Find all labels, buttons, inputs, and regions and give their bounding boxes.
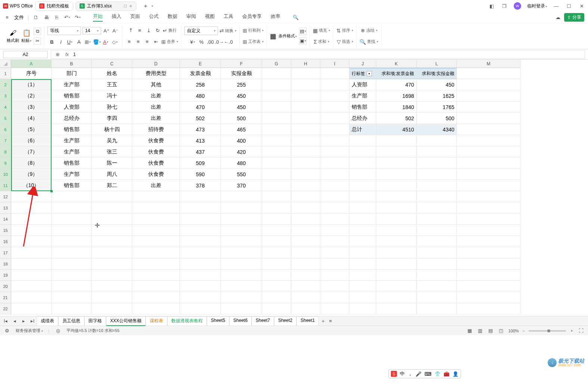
cell[interactable] (349, 292, 376, 303)
cell[interactable] (262, 236, 291, 247)
tab-page[interactable]: 页面 (130, 13, 140, 22)
cell[interactable]: 450 (221, 90, 262, 102)
wrap-button[interactable]: ↵换行 (163, 28, 177, 34)
cell[interactable] (349, 214, 376, 225)
dec-inc-icon[interactable]: .0→ (216, 38, 223, 46)
cell[interactable] (417, 281, 457, 292)
cell[interactable]: 400 (221, 135, 262, 146)
tab-review[interactable]: 审阅 (186, 13, 196, 22)
row-header-17[interactable]: 17 (0, 247, 11, 258)
cell[interactable]: 总计 (349, 124, 376, 135)
bold-button[interactable]: B (48, 38, 56, 46)
cell[interactable]: 吴九 (92, 135, 132, 146)
col-header-D[interactable]: D (132, 60, 180, 68)
cell[interactable] (376, 169, 417, 180)
sheet-tab[interactable]: 数据透视表教程 (167, 316, 207, 326)
fill-color-button[interactable]: 🪣▾ (93, 38, 100, 46)
cell[interactable]: （9） (11, 169, 52, 180)
row-header-19[interactable]: 19 (0, 270, 11, 281)
cell[interactable] (457, 270, 520, 281)
cell[interactable] (180, 191, 221, 202)
cell[interactable]: 出差 (132, 180, 180, 191)
cell[interactable] (180, 236, 221, 247)
sheet-last-icon[interactable]: ▸I (29, 318, 36, 325)
cell[interactable]: 费用类型 (132, 68, 180, 79)
row-header-15[interactable]: 15 (0, 225, 11, 236)
cell[interactable] (262, 281, 291, 292)
formula-expand-icon[interactable]: ⊕ (54, 51, 61, 58)
cell[interactable] (132, 292, 180, 303)
cell[interactable] (417, 247, 457, 258)
cell[interactable]: 部门 (52, 68, 92, 79)
cell[interactable] (457, 79, 520, 90)
number-format-select[interactable]: 自定义▾ (184, 27, 218, 35)
cell[interactable]: 1698 (376, 90, 417, 102)
layout-icon[interactable]: ◧ (488, 3, 495, 9)
tab-menu-icon[interactable]: ☐ (124, 4, 127, 8)
cell[interactable] (457, 258, 520, 270)
row-header-14[interactable]: 14 (0, 214, 11, 225)
copy-icon[interactable]: ⧉ (34, 28, 41, 35)
sheet-tab[interactable]: 成绩表 (37, 316, 58, 326)
window-minimize-icon[interactable]: — (553, 3, 560, 9)
cell[interactable]: 258 (180, 79, 221, 90)
row-header-5[interactable]: 5 (0, 113, 11, 124)
cell[interactable] (291, 68, 320, 79)
window-maximize-icon[interactable]: ☐ (566, 3, 572, 9)
cell[interactable]: 其他 (132, 79, 180, 90)
cell[interactable]: 陈一 (92, 158, 132, 169)
cell[interactable]: （1） (11, 79, 52, 90)
cell[interactable] (320, 180, 349, 191)
cell[interactable] (180, 303, 221, 314)
cell[interactable] (180, 281, 221, 292)
user-avatar[interactable]: W (514, 2, 521, 10)
cell[interactable] (132, 225, 180, 236)
cell[interactable]: 出差 (132, 113, 180, 124)
row-header-22[interactable]: 22 (0, 303, 11, 314)
cell[interactable] (320, 90, 349, 102)
target-icon[interactable]: ◎ (55, 328, 61, 334)
sheet-tab[interactable]: 课程表 (146, 316, 167, 326)
cell[interactable]: 销售部 (52, 158, 92, 169)
cell[interactable] (457, 247, 520, 258)
cell[interactable] (320, 68, 349, 79)
spreadsheet-grid[interactable]: ABCDEFGHIJKLM 12345678910111213141516171… (0, 60, 588, 316)
cell[interactable]: 420 (221, 146, 262, 158)
tab-view[interactable]: 视图 (205, 13, 215, 22)
cell[interactable]: 销售部 (349, 102, 376, 113)
cell[interactable] (291, 214, 320, 225)
col-header-G[interactable]: G (262, 60, 291, 68)
ime-toolbox-icon[interactable]: 🧰 (444, 371, 449, 377)
sheet-tab[interactable]: 田字格 (84, 316, 106, 326)
cell[interactable] (132, 202, 180, 214)
cell[interactable] (320, 236, 349, 247)
cell[interactable]: 人资部 (349, 79, 376, 90)
cell[interactable] (349, 258, 376, 270)
cell[interactable] (417, 158, 457, 169)
cell[interactable]: （6） (11, 135, 52, 146)
cell[interactable] (291, 158, 320, 169)
format-painter-button[interactable]: 🖌格式刷 (7, 29, 19, 43)
cell[interactable] (349, 135, 376, 146)
dec-dec-icon[interactable]: ←.0 (225, 38, 232, 46)
cell[interactable] (457, 158, 520, 169)
sheet-list-icon[interactable]: ≡ (327, 318, 334, 325)
cell[interactable] (320, 146, 349, 158)
cell[interactable] (221, 270, 262, 281)
sheet-tab[interactable]: Sheet1 (296, 316, 319, 326)
cell[interactable] (221, 225, 262, 236)
col-header-M[interactable]: M (457, 60, 520, 68)
cell[interactable] (457, 135, 520, 146)
row-header-6[interactable]: 6 (0, 124, 11, 135)
cell[interactable] (291, 258, 320, 270)
cell[interactable] (417, 236, 457, 247)
cell[interactable] (262, 292, 291, 303)
cell[interactable] (349, 169, 376, 180)
cell[interactable] (417, 202, 457, 214)
cell[interactable] (52, 270, 92, 281)
cell[interactable]: 杨十四 (92, 124, 132, 135)
cell[interactable]: 实报金额 (221, 68, 262, 79)
cell[interactable]: 生产部 (52, 169, 92, 180)
comma-icon[interactable]: ,00 (207, 38, 214, 46)
cell[interactable]: 序号 (11, 68, 52, 79)
